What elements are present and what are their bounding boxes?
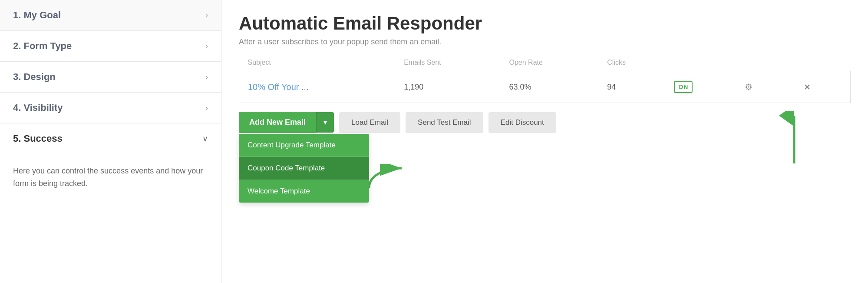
dropdown-menu: Content Upgrade Template Coupon Code Tem… bbox=[239, 134, 369, 203]
delete-cell[interactable]: ✕ bbox=[793, 71, 850, 103]
toolbar: Add New Email ▾ Load Email Send Test Ema… bbox=[239, 112, 851, 133]
dropdown-arrow-button[interactable]: ▾ bbox=[316, 112, 334, 133]
sidebar-success-description: Here you can control the success events … bbox=[0, 154, 221, 203]
settings-cell[interactable]: ⚙ bbox=[734, 71, 793, 103]
col-delete bbox=[793, 59, 850, 71]
page-title: Automatic Email Responder bbox=[239, 13, 851, 34]
chevron-down-icon: ∨ bbox=[202, 134, 208, 143]
chevron-right-icon: › bbox=[205, 11, 208, 20]
dropdown-item-coupon-code[interactable]: Coupon Code Template bbox=[239, 157, 369, 180]
email-subject[interactable]: 10% Off Your ... bbox=[239, 71, 397, 103]
main-content: Automatic Email Responder After a user s… bbox=[221, 0, 868, 283]
add-new-email-button[interactable]: Add New Email bbox=[239, 112, 316, 133]
settings-button[interactable]: ⚙ bbox=[741, 80, 756, 94]
col-subject: Subject bbox=[239, 59, 397, 71]
dropdown-item-welcome[interactable]: Welcome Template bbox=[239, 180, 369, 203]
sidebar-item-my-goal[interactable]: 1. My Goal › bbox=[0, 0, 221, 31]
status-badge[interactable]: ON bbox=[674, 81, 693, 93]
col-status bbox=[667, 59, 734, 71]
emails-sent-value: 1,190 bbox=[397, 71, 502, 103]
status-cell[interactable]: ON bbox=[667, 71, 734, 103]
sidebar-item-design-label: 3. Design bbox=[13, 71, 56, 83]
col-clicks: Clicks bbox=[600, 59, 667, 71]
chevron-right-icon: › bbox=[205, 73, 208, 82]
col-settings bbox=[734, 59, 793, 71]
open-rate-value: 63.0% bbox=[502, 71, 600, 103]
sidebar-item-success-label: 5. Success bbox=[13, 133, 63, 144]
page-subtitle: After a user subscribes to your popup se… bbox=[239, 37, 851, 47]
table-row: 10% Off Your ... 1,190 63.0% 94 ON ⚙ ✕ bbox=[239, 71, 851, 103]
sidebar-item-visibility[interactable]: 4. Visibility › bbox=[0, 93, 221, 123]
send-test-email-button[interactable]: Send Test Email bbox=[406, 112, 483, 133]
load-email-button[interactable]: Load Email bbox=[339, 112, 400, 133]
sidebar: 1. My Goal › 2. Form Type › 3. Design › … bbox=[0, 0, 221, 283]
sidebar-item-form-type[interactable]: 2. Form Type › bbox=[0, 31, 221, 62]
delete-button[interactable]: ✕ bbox=[800, 80, 814, 94]
col-emails-sent: Emails Sent bbox=[397, 59, 502, 71]
sidebar-item-form-type-label: 2. Form Type bbox=[13, 40, 72, 52]
gear-icon: ⚙ bbox=[745, 82, 752, 92]
dropdown-item-content-upgrade[interactable]: Content Upgrade Template bbox=[239, 134, 369, 157]
chevron-right-icon: › bbox=[205, 42, 208, 51]
email-subject-link[interactable]: 10% Off Your ... bbox=[248, 82, 309, 92]
sidebar-item-design[interactable]: 3. Design › bbox=[0, 62, 221, 93]
sidebar-item-visibility-label: 4. Visibility bbox=[13, 102, 63, 113]
arrow-to-edit-discount bbox=[772, 111, 816, 168]
col-open-rate: Open Rate bbox=[502, 59, 600, 71]
clicks-value: 94 bbox=[600, 71, 667, 103]
edit-discount-button[interactable]: Edit Discount bbox=[488, 112, 556, 133]
close-icon: ✕ bbox=[804, 83, 810, 92]
sidebar-item-success[interactable]: 5. Success ∨ bbox=[0, 123, 221, 154]
chevron-right-icon: › bbox=[205, 103, 208, 113]
sidebar-item-my-goal-label: 1. My Goal bbox=[13, 10, 61, 21]
email-table: Subject Emails Sent Open Rate Clicks 10%… bbox=[239, 59, 851, 103]
